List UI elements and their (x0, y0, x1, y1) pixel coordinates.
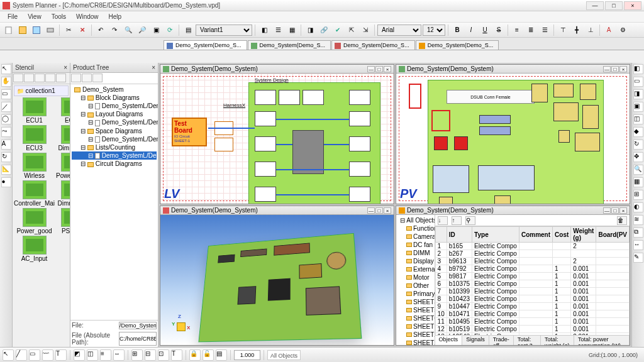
measure-tool[interactable]: 📐 (1, 165, 11, 175)
table-header[interactable]: Comment (519, 227, 552, 243)
rr-rotate[interactable]: ↻ (633, 140, 643, 150)
font-select[interactable]: Arial (377, 25, 421, 36)
table-header[interactable]: Type (472, 227, 519, 243)
prop-sort-desc[interactable]: ↑ (452, 216, 462, 225)
menu-tools[interactable]: Tools (47, 12, 71, 21)
lv-close[interactable]: × (384, 66, 391, 72)
sb-text[interactable]: T (55, 349, 67, 361)
stencil-item[interactable]: Dimm_Half (56, 180, 70, 207)
stencil-view5[interactable] (56, 74, 66, 82)
tab-doc-4[interactable]: Demo_System(Demo_S... (416, 40, 499, 50)
sb-fill[interactable]: ◩ (74, 349, 85, 361)
open-button[interactable] (16, 24, 29, 36)
v3d-max[interactable]: □ (375, 207, 383, 214)
table-row[interactable]: 12b10519Electric Compo10.001 (435, 326, 629, 333)
table-header[interactable]: Weight (g) (571, 227, 596, 243)
check-button[interactable]: ✔ (331, 24, 344, 36)
lv-max[interactable]: □ (375, 66, 383, 72)
file-value[interactable] (119, 322, 157, 329)
maximize-button[interactable]: □ (605, 1, 623, 10)
prop-tree-node[interactable]: External (397, 265, 433, 273)
stencil-item[interactable]: Controller_Mai (14, 180, 55, 207)
prop-tree-root[interactable]: ⊟ All Objects (397, 216, 433, 224)
tree-node[interactable]: ⊟ Demo_SystemL/Demo_Syster (72, 135, 157, 143)
tree-node[interactable]: ⊟ Demo_SystemL/Demo_Syster (72, 102, 157, 110)
prop-sort-asc[interactable]: ↓ (438, 216, 448, 225)
layers-button[interactable]: ▤ (182, 24, 194, 36)
table-row[interactable]: 3b9613Electric Compo2 (435, 258, 629, 265)
object-table[interactable]: IDTypeCommentCostWeight (g)Board(PV1b165… (435, 226, 630, 335)
tree-node[interactable]: ⊟ Layout Diagrams (72, 110, 157, 118)
prop-tree-node[interactable]: SHEET2 (397, 331, 433, 339)
valign-mid-button[interactable]: ╋ (570, 24, 583, 36)
table-row[interactable]: 6b10375Electric Compo10.001 (435, 280, 629, 288)
refresh-button[interactable]: ⟳ (164, 24, 176, 36)
browse-button[interactable]: ◧ (258, 24, 270, 36)
text-color-button[interactable]: A (602, 24, 615, 36)
zoom-out-button[interactable]: 🔎 (136, 24, 148, 36)
zoom-fit-button[interactable]: ▣ (150, 24, 162, 36)
underline-button[interactable]: U (479, 24, 491, 36)
prop-bottom-tab[interactable]: Objects (435, 336, 463, 345)
rr-zoom[interactable]: 🔍 (633, 165, 643, 175)
sb-stroke[interactable]: ◫ (87, 349, 98, 361)
bold-button[interactable]: B (451, 24, 464, 36)
prop-tree-node[interactable]: Function bl (397, 224, 433, 233)
prop-delete[interactable]: 🗑 (617, 216, 627, 225)
stencil-item[interactable]: PS_Unit (56, 208, 70, 234)
lv-canvas[interactable]: System Design HarnessX Test BoardIO Circ… (160, 74, 394, 204)
sb-rect[interactable]: ▭ (29, 349, 40, 361)
sb-snap[interactable]: ⊡ (158, 349, 169, 361)
stencil-view1[interactable] (13, 74, 23, 82)
tab-doc-3[interactable]: Demo_System(Demo_S... (331, 40, 415, 50)
menu-view[interactable]: View (23, 12, 47, 21)
prop-tree-node[interactable]: DC fan (397, 241, 433, 249)
rr-layers[interactable]: ≋ (633, 215, 643, 225)
stencil-item[interactable]: Power_good (14, 208, 55, 234)
table-header[interactable]: Board(PV (596, 227, 630, 243)
pv-max[interactable]: □ (611, 66, 619, 72)
rr-side[interactable]: ◨ (633, 89, 643, 99)
sb-lock[interactable]: 🔒 (189, 349, 201, 361)
stencil-view4[interactable] (45, 74, 55, 82)
abs-value[interactable] (119, 332, 157, 346)
undo-button[interactable]: ↶ (94, 24, 107, 36)
v3d-canvas[interactable]: X Y Z (160, 215, 394, 345)
line-tool[interactable]: ／ (1, 102, 11, 112)
prop-close[interactable]: × (619, 207, 627, 214)
italic-button[interactable]: I (465, 24, 477, 36)
rr-top[interactable]: ▣ (633, 102, 643, 112)
rect-tool[interactable]: ▭ (1, 89, 11, 99)
delete-button[interactable]: ✕ (76, 24, 89, 36)
save-button[interactable] (30, 24, 43, 36)
prop-bottom-tab[interactable]: Signals (462, 336, 489, 345)
pv-min[interactable]: — (603, 66, 611, 72)
select-tool[interactable]: ↖ (1, 64, 11, 74)
prop-tree-node[interactable]: Primary (397, 290, 433, 298)
prop-tree-node[interactable]: Other (397, 282, 433, 290)
rr-wire[interactable]: ⊞ (633, 190, 643, 200)
sb-select[interactable]: ↖ (3, 349, 14, 361)
tab-doc-2[interactable]: Demo_System(Demo_S... (248, 40, 331, 50)
list-button[interactable]: ▦ (286, 24, 298, 36)
rr-ortho[interactable]: ◫ (633, 114, 643, 124)
prop-tree-node[interactable]: DIMM (397, 249, 433, 257)
tree-button[interactable]: ☰ (272, 24, 284, 36)
prop-tree-node[interactable]: Motor (397, 273, 433, 282)
prop-max[interactable]: □ (611, 207, 619, 214)
prop-tree-node[interactable]: SHEET6 (397, 314, 433, 322)
prop-bottom-tab[interactable]: Total: power consumption (W) (574, 336, 630, 345)
properties-button[interactable]: ⚙ (616, 24, 629, 36)
axis-gizmo[interactable]: X Y Z (173, 317, 192, 336)
rotate-tool[interactable]: ↻ (1, 152, 11, 162)
table-row[interactable]: 9b10447Electric Compo10.001 (435, 303, 629, 310)
table-row[interactable]: 7b10399Electric Compo10.001 (435, 288, 629, 295)
align-right-button[interactable]: ☰ (538, 24, 551, 36)
cut-button[interactable]: ✂ (62, 24, 75, 36)
valign-bot-button[interactable]: ⊥ (584, 24, 597, 36)
tree-close-icon[interactable]: × (152, 64, 155, 71)
stencil-close-icon[interactable]: × (64, 64, 67, 71)
prop-bottom-tab[interactable]: Total: weight (g) (541, 336, 574, 345)
rr-fit[interactable]: ▦ (633, 177, 643, 187)
tree-node[interactable]: ⊟ Demo_SystemL/Demo_Syste (72, 151, 157, 160)
